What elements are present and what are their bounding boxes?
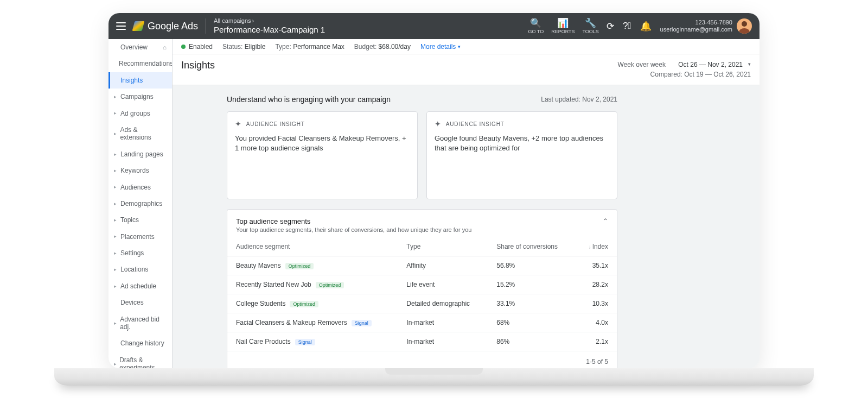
chevron-down-icon: ▾: [458, 44, 461, 49]
refresh-icon[interactable]: ⟳: [607, 21, 614, 32]
goto-tool[interactable]: 🔍 GO TO: [528, 18, 544, 34]
app-header: Google Ads All campaigns › Performance-M…: [108, 13, 760, 39]
segment-share: 56.8%: [488, 256, 575, 275]
more-details-link[interactable]: More details ▾: [420, 43, 461, 51]
table-row[interactable]: College StudentsOptimized Detailed demog…: [227, 294, 617, 313]
sidebar-item-label: Overview: [120, 43, 148, 51]
segment-chip: Optimized: [285, 263, 314, 269]
last-updated: Last updated: Nov 2, 2021: [541, 96, 617, 103]
sidebar-item-change-history[interactable]: ▸Change history: [108, 335, 172, 351]
chevron-right-icon: ▸: [114, 267, 118, 273]
breadcrumb-parent: All campaigns: [214, 17, 251, 24]
product-logo[interactable]: Google Ads: [133, 21, 198, 32]
table-subtitle: Your top audience segments, their share …: [236, 226, 471, 233]
sidebar-item-label: Change history: [120, 339, 164, 347]
sidebar-item-label: Recommendations: [119, 60, 173, 67]
card-desc: Google found Beauty Mavens, +2 more top …: [435, 134, 609, 153]
sidebar-item-keywords[interactable]: ▸Keywords: [108, 162, 172, 179]
laptop-base: [54, 368, 814, 386]
segment-index: 35.1x: [576, 256, 617, 275]
search-icon: 🔍: [530, 18, 541, 28]
sidebar-item-recommendations[interactable]: ▸Recommendations: [108, 55, 172, 72]
bell-icon[interactable]: 🔔: [640, 21, 652, 32]
segment-name: Recently Started New Job: [236, 281, 311, 288]
sidebar-item-drafts-experiments[interactable]: ▸Drafts & experiments: [108, 352, 172, 368]
chevron-right-icon: ▸: [114, 320, 118, 326]
sidebar-item-overview[interactable]: ▸Overview⌂: [108, 39, 172, 55]
sidebar-item-placements[interactable]: ▸Placements: [108, 229, 172, 245]
status-dot-icon: [181, 45, 186, 49]
reports-tool[interactable]: 📊 REPORTS: [551, 18, 575, 34]
chart-icon: 📊: [557, 18, 569, 28]
segment-name: College Students: [236, 300, 285, 307]
sidebar-item-ads-extensions[interactable]: ▸Ads & extensions: [108, 122, 172, 146]
col-type[interactable]: Type: [398, 237, 488, 256]
segment-type: Affinity: [398, 256, 488, 275]
sidebar-item-label: Ads & extensions: [120, 126, 167, 142]
segment-type: Life event: [398, 275, 488, 294]
segment-share: 33.1%: [488, 294, 575, 313]
wrench-icon: 🔧: [585, 18, 596, 28]
sidebar-item-settings[interactable]: ▸Settings: [108, 245, 172, 261]
sidebar-item-label: Drafts & experiments: [119, 356, 167, 368]
chevron-right-icon: ▸: [114, 94, 118, 100]
segment-index: 4.0x: [576, 313, 617, 332]
sidebar-item-topics[interactable]: ▸Topics: [108, 212, 172, 228]
menu-icon[interactable]: [116, 22, 126, 30]
sidebar-item-locations[interactable]: ▸Locations: [108, 261, 172, 278]
sidebar-item-devices[interactable]: ▸Devices: [108, 294, 172, 311]
segment-name: Nail Care Products: [236, 338, 291, 345]
insight-cards: ✦AUDIENCE INSIGHTYou provided Facial Cle…: [227, 111, 617, 199]
date-range-picker[interactable]: Week over week Oct 26 — Nov 2, 2021 ▾ Co…: [617, 60, 751, 79]
sidebar-item-insights[interactable]: ▸Insights: [108, 72, 172, 89]
account-email: userloginname@gmail.com: [660, 26, 732, 33]
insight-card[interactable]: ✦AUDIENCE INSIGHTYou provided Facial Cle…: [227, 111, 418, 199]
sort-down-icon: ↓: [589, 244, 591, 250]
sidebar-item-label: Ad schedule: [120, 282, 156, 290]
segment-share: 15.2%: [488, 275, 575, 294]
segment-chip: Optimized: [316, 282, 344, 288]
sidebar-item-label: Placements: [120, 233, 155, 241]
sidebar-item-label: Locations: [120, 266, 148, 273]
col-share[interactable]: Share of conversions: [488, 237, 575, 256]
col-index[interactable]: ↓Index: [576, 237, 617, 256]
sidebar-item-label: Topics: [120, 216, 139, 224]
table-row[interactable]: Nail Care ProductsSignal In-market 86% 2…: [227, 332, 617, 351]
sidebar-item-label: Devices: [120, 299, 144, 306]
sidebar: ▸Overview⌂▸Recommendations▸Insights▸Camp…: [108, 39, 173, 368]
sidebar-item-landing-pages[interactable]: ▸Landing pages: [108, 146, 172, 162]
chevron-right-icon: ▸: [114, 250, 118, 256]
laptop-frame: Google Ads All campaigns › Performance-M…: [108, 13, 760, 368]
sidebar-item-audiences[interactable]: ▸Audiences: [108, 179, 172, 196]
home-icon: ⌂: [163, 44, 167, 51]
segment-share: 86%: [488, 332, 575, 351]
table-row[interactable]: Recently Started New JobOptimized Life e…: [227, 275, 617, 294]
user-menu[interactable]: 123-456-7890 userloginname@gmail.com: [660, 18, 752, 34]
chevron-right-icon: ▸: [114, 168, 118, 174]
sidebar-item-label: Keywords: [120, 167, 149, 174]
chevron-right-icon: ▸: [114, 201, 118, 207]
sidebar-item-ad-schedule[interactable]: ▸Ad schedule: [108, 278, 172, 294]
content-scroll[interactable]: Understand who is engaging with your cam…: [173, 85, 760, 368]
tools-tool[interactable]: 🔧 TOOLS: [583, 18, 599, 34]
sparkle-icon: ✦: [435, 119, 442, 128]
insight-card[interactable]: ✦AUDIENCE INSIGHTGoogle found Beauty Mav…: [426, 111, 617, 199]
table-row[interactable]: Beauty MavensOptimized Affinity 56.8% 35…: [227, 256, 617, 275]
collapse-icon[interactable]: ⌃: [603, 217, 608, 225]
avatar: [737, 18, 752, 34]
help-icon[interactable]: ?⃝: [623, 21, 631, 31]
col-segment[interactable]: Audience segment: [227, 237, 398, 256]
table-row[interactable]: Facial Cleansers & Makeup RemoversSignal…: [227, 313, 617, 332]
sidebar-item-demographics[interactable]: ▸Demographics: [108, 196, 172, 212]
chevron-right-icon: ▸: [114, 283, 118, 289]
chevron-right-icon: ▸: [114, 234, 118, 239]
pager: 1-5 of 5: [227, 351, 617, 368]
chevron-right-icon: ▸: [114, 217, 118, 223]
card-tag: AUDIENCE INSIGHT: [246, 121, 305, 127]
sidebar-item-advanced-bid-adj-[interactable]: ▸Advanced bid adj.: [108, 311, 172, 336]
status-enabled: Enabled: [181, 43, 213, 51]
breadcrumb[interactable]: All campaigns › Performance-Max-Campaign…: [214, 17, 325, 34]
sidebar-item-campaigns[interactable]: ▸Campaigns: [108, 89, 172, 105]
sidebar-item-ad-groups[interactable]: ▸Ad groups: [108, 105, 172, 122]
sidebar-item-label: Settings: [120, 249, 144, 257]
